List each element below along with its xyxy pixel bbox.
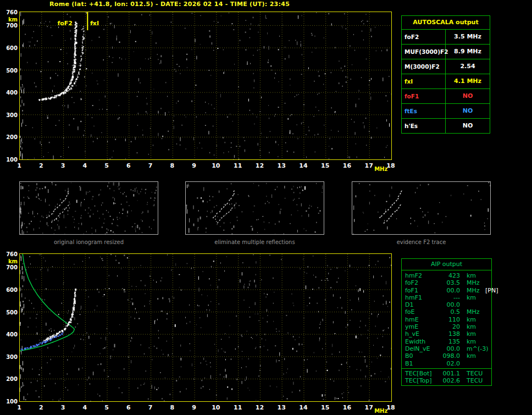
station-date-time-title: Rome (lat: +41.8, lon: 012.5) - DATE: 20… [49, 1, 290, 8]
thumbnail-canvas [352, 182, 490, 234]
thumbnail-caption: original ionogram resized [19, 239, 158, 245]
table-cell: 098.0 [437, 352, 460, 359]
table-cell: km [460, 323, 484, 330]
x-axis-tick: 16 [341, 404, 353, 411]
bottom-ionogram-profile-plot [19, 253, 392, 402]
table-cell: Ewidth [402, 338, 437, 345]
table-cell-value: 4.1 MHz [446, 74, 490, 88]
table-cell: TEC[Bot] [402, 370, 437, 377]
x-axis-tick: 11 [232, 404, 244, 411]
y-axis-tick: 200 [3, 376, 18, 382]
table-cell: km [460, 294, 484, 301]
table-row: h_vE138km [402, 330, 491, 337]
table-cell [484, 279, 491, 286]
y-axis-tick: 300 [3, 112, 18, 118]
x-axis-tick: 6 [123, 404, 135, 411]
x-axis-tick: 10 [210, 162, 222, 169]
top-ionogram-plot [19, 12, 392, 160]
table-cell [460, 360, 484, 367]
table-cell [484, 370, 491, 377]
table-row: TEC[Bot]001.1TECU [402, 370, 491, 377]
x-axis-tick: 15 [319, 162, 331, 169]
table-cell-label: fxI [402, 74, 446, 88]
table-cell-value: 8.9 MHz [446, 45, 490, 59]
thumbnail-f2-trace-evidence [352, 181, 491, 235]
table-cell: km [460, 272, 484, 279]
table-cell: 423 [437, 272, 460, 279]
x-axis-tick: 7 [145, 404, 157, 411]
thumbnail-original-ionogram [19, 181, 158, 235]
y-axis-tick: 700 [3, 264, 18, 270]
x-axis-tick: 4 [79, 404, 91, 411]
table-row: foF100.0MHz[PN] [402, 287, 491, 294]
table-cell: hmE [402, 316, 437, 323]
table-cell [484, 352, 491, 359]
table-cell: 135 [437, 338, 460, 345]
table-cell: DelN_vE [402, 345, 437, 352]
x-axis-tick: 12 [253, 404, 265, 411]
fxI-annotation-label: fxI [90, 20, 99, 27]
x-axis-tick: 14 [297, 404, 309, 411]
table-cell-value: 3.5 MHz [446, 30, 490, 44]
table-cell: km [460, 316, 484, 323]
table-cell: m^(-3) [460, 345, 484, 352]
x-axis-tick: 16 [341, 162, 353, 169]
table-cell-label: M(3000)F2 [402, 59, 446, 74]
y-axis-unit-label: km [3, 16, 18, 23]
table-cell: 03.5 [437, 279, 460, 286]
y-axis-tick: 500 [3, 309, 18, 316]
x-axis-tick: 9 [188, 162, 200, 169]
x-axis-tick: 10 [210, 404, 222, 411]
table-cell [484, 272, 491, 279]
x-axis-tick: 17 [363, 404, 375, 411]
table-row: DelN_vE00.0m^(-3) [402, 345, 491, 352]
table-cell-label: h'Es [402, 119, 446, 133]
table-cell-value: NO [446, 104, 490, 118]
table-row: M(3000)F22.54 [402, 59, 490, 74]
table-row: hmF1---km [402, 294, 491, 301]
x-axis-tick: 17 [363, 162, 375, 169]
table-cell [484, 377, 491, 384]
thumbnail-caption: eliminate multiple reflections [185, 239, 324, 245]
table-cell [484, 316, 491, 323]
y-axis-unit-label: km [3, 258, 18, 264]
x-axis-unit-label: MHz [374, 408, 387, 414]
table-cell [460, 301, 484, 308]
y-axis-tick: 600 [3, 287, 18, 293]
x-axis-tick: 1 [13, 162, 25, 169]
autoscala-screen: Rome (lat: +41.8, lon: 012.5) - DATE: 20… [0, 0, 532, 415]
y-axis-tick: 760 [3, 9, 18, 15]
x-axis-tick: 7 [145, 162, 157, 169]
x-axis-tick: 6 [123, 162, 135, 169]
table-row: B102.0 [402, 360, 491, 367]
x-axis-tick: 13 [275, 404, 287, 411]
table-cell: ymE [402, 323, 437, 330]
table-cell-value: 2.54 [446, 59, 490, 74]
table-cell-label: foF2 [402, 30, 446, 44]
x-axis-tick: 11 [232, 162, 244, 169]
x-axis-tick: 3 [57, 404, 69, 411]
table-cell: hmF2 [402, 272, 437, 279]
table-cell: 0.5 [437, 308, 460, 316]
bottom-ionogram-canvas [20, 254, 391, 401]
thumbnail-caption: evidence F2 trace [352, 239, 491, 245]
y-axis-tick: 300 [3, 354, 18, 360]
thumbnail-canvas [186, 182, 324, 234]
x-axis-tick: 13 [275, 162, 287, 169]
table-cell-label: ftEs [402, 104, 446, 118]
table-cell: km [460, 352, 484, 359]
table-cell [484, 294, 491, 301]
table-cell: km [460, 330, 484, 337]
y-axis-tick: 400 [3, 90, 18, 96]
x-axis-tick: 5 [101, 404, 113, 411]
thumbnail-multiple-reflections-removed [185, 181, 324, 235]
table-separator [402, 368, 491, 369]
table-cell-label: MUF(3000)F2 [402, 45, 446, 59]
y-axis-tick: 500 [3, 68, 18, 74]
table-cell: 138 [437, 330, 460, 337]
table-cell: D1 [402, 301, 437, 308]
table-cell [484, 301, 491, 308]
table-cell [484, 323, 491, 330]
x-axis-tick: 1 [13, 404, 25, 411]
x-axis-tick: 15 [319, 404, 331, 411]
